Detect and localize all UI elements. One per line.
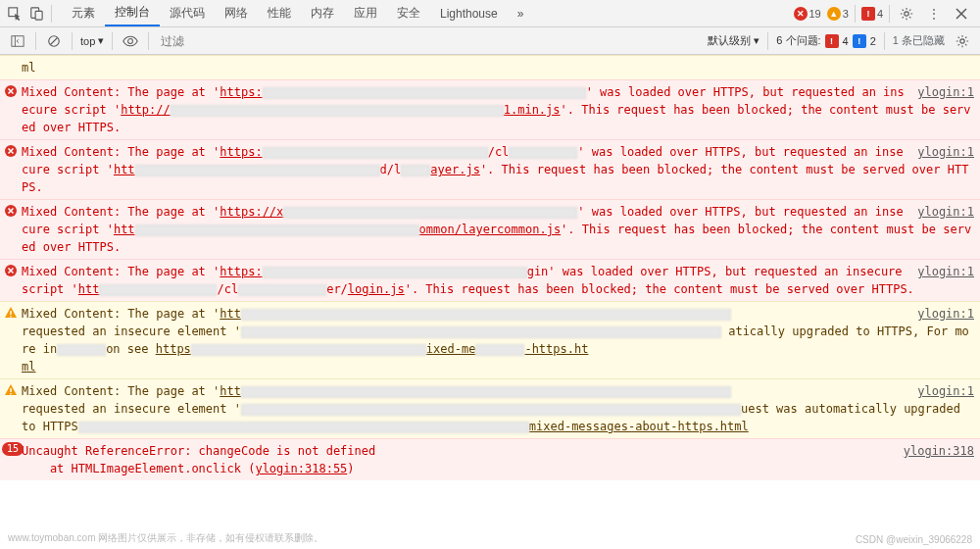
source-link[interactable]: ylogin:1 [917,143,974,161]
svg-rect-4 [12,35,24,46]
issue-count[interactable]: !4 [861,7,883,21]
svg-line-7 [51,37,58,44]
repeat-count-badge: 15 [2,442,24,456]
tabbar-right: ✕19 ▲3 !4 ⋮ [794,3,977,25]
chevron-down-icon: ▾ [754,34,760,47]
issues-summary[interactable]: 6 个问题: !4 !2 [776,33,875,48]
filter-input[interactable] [157,30,529,52]
svg-rect-15 [10,316,11,317]
panel-tabs: 元素 控制台 源代码 网络 性能 内存 应用 安全 Lighthouse » [62,0,533,26]
svg-point-3 [905,11,908,15]
svg-rect-17 [10,393,11,394]
tab-performance[interactable]: 性能 [258,0,301,26]
tab-network[interactable]: 网络 [215,0,258,26]
more-tabs-icon[interactable]: » [508,0,534,26]
tab-sources[interactable]: 源代码 [160,0,215,26]
tab-application[interactable]: 应用 [344,0,387,26]
warning-count[interactable]: ▲3 [827,7,849,21]
watermark-left: www.toymoban.com 网络图片仅供展示，非存储，如有侵权请联系删除。 [8,531,323,545]
settings-icon[interactable] [896,3,917,25]
tab-security[interactable]: 安全 [387,0,430,26]
svg-point-9 [960,38,964,42]
console-message-warning: ylogin:1 Mixed Content: The page at 'htt… [0,301,980,378]
error-icon [4,84,18,98]
warning-icon [4,306,18,320]
source-link[interactable]: ylogin:1 [917,263,974,280]
inspect-icon[interactable] [4,3,25,25]
console-message-error: ylogin:1 Mixed Content: The page at 'htt… [0,199,980,259]
error-count[interactable]: ✕19 [794,7,821,21]
context-selector[interactable]: top ▾ [80,34,104,47]
tab-elements[interactable]: 元素 [62,0,105,26]
live-expression-icon[interactable] [121,31,140,51]
separator [884,32,885,50]
clear-console-icon[interactable] [44,31,64,51]
console-message-error: ylogin:1 Mixed Content: The page at 'htt… [0,139,980,199]
separator [112,32,113,50]
console-toolbar: top ▾ 默认级别 ▾ 6 个问题: !4 !2 1 条已隐藏 [0,27,980,55]
source-link[interactable]: ylogin:1 [917,382,974,400]
svg-rect-16 [10,388,11,392]
warning-icon [4,383,18,397]
tab-lighthouse[interactable]: Lighthouse [430,0,508,26]
log-level-dropdown[interactable]: 默认级别 ▾ [708,33,760,48]
console-messages[interactable]: ml ylogin:1 Mixed Content: The page at '… [0,55,980,529]
chevron-down-icon: ▾ [98,34,104,47]
watermark-right: CSDN @weixin_39066228 [856,534,972,545]
partial-message: ml [0,55,980,79]
tab-memory[interactable]: 内存 [301,0,344,26]
hidden-count[interactable]: 1 条已隐藏 [893,33,945,48]
console-message-error: ylogin:1 Mixed Content: The page at 'htt… [0,259,980,301]
separator [72,32,73,50]
error-icon [4,264,18,277]
source-link[interactable]: ylogin:1 [917,83,974,101]
console-message-error: 15 ylogin:318 Uncaught ReferenceError: c… [0,438,980,480]
error-icon [4,204,18,218]
device-toggle-icon[interactable] [25,3,47,25]
separator [889,5,890,23]
sidebar-toggle-icon[interactable] [8,31,27,51]
svg-point-8 [128,38,133,43]
console-message-error: ylogin:1 Mixed Content: The page at 'htt… [0,79,980,139]
error-icon [4,144,18,158]
tab-console[interactable]: 控制台 [105,0,160,26]
source-link[interactable]: ylogin:1 [917,203,974,221]
svg-rect-2 [35,11,42,20]
devtools-tabbar: 元素 控制台 源代码 网络 性能 内存 应用 安全 Lighthouse » ✕… [0,0,980,27]
separator [148,32,149,50]
console-message-warning: ylogin:1 Mixed Content: The page at 'htt… [0,378,980,438]
close-icon[interactable] [951,3,972,25]
separator [51,5,52,23]
separator [855,5,856,23]
source-link[interactable]: ylogin:318 [904,442,974,460]
separator [35,32,36,50]
source-link[interactable]: ylogin:1 [917,305,974,323]
more-menu-icon[interactable]: ⋮ [923,3,945,25]
settings-icon[interactable] [953,31,972,51]
svg-rect-14 [10,311,11,315]
separator [767,32,768,50]
